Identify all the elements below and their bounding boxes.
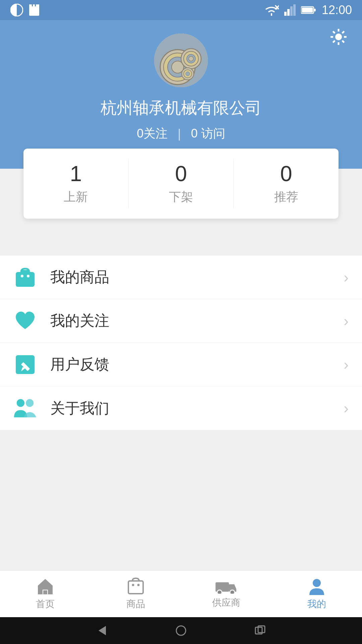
menu-label-user-feedback: 用户反馈: [50, 355, 344, 374]
chevron-right-icon-4: ›: [344, 400, 349, 417]
svg-rect-39: [128, 581, 143, 594]
menu-label-about-us: 关于我们: [50, 398, 344, 418]
svg-rect-4: [36, 4, 39, 8]
follow-count: 0关注: [137, 125, 168, 142]
status-bar: 12:00: [0, 0, 362, 20]
chevron-right-icon: ›: [344, 269, 349, 286]
menu-item-my-products[interactable]: 我的商品 ›: [0, 256, 362, 299]
svg-point-43: [217, 590, 222, 594]
svg-point-37: [26, 399, 34, 407]
stat-new-number: 1: [70, 162, 82, 185]
stats-card: 1 上新 0 下架 0 推荐: [23, 149, 339, 219]
svg-rect-2: [29, 4, 32, 8]
svg-rect-12: [302, 8, 313, 13]
supplier-icon: [216, 579, 237, 594]
chevron-right-icon-3: ›: [344, 356, 349, 373]
svg-point-44: [230, 590, 235, 594]
nav-item-supplier[interactable]: 供应商: [181, 571, 272, 617]
svg-point-14: [335, 34, 342, 40]
nav-label-my: 我的: [307, 598, 326, 610]
home-icon: [37, 578, 54, 595]
svg-rect-1: [29, 6, 39, 16]
svg-rect-9: [290, 6, 293, 16]
recents-button[interactable]: [254, 625, 266, 637]
products-icon: [127, 578, 144, 595]
svg-rect-38: [43, 590, 47, 594]
stat-down-label: 下架: [169, 189, 193, 205]
svg-point-40: [132, 584, 134, 586]
svg-point-36: [17, 399, 24, 407]
svg-rect-10: [293, 4, 296, 16]
svg-point-41: [137, 584, 140, 586]
shopping-bag-icon: [13, 266, 37, 289]
stat-down[interactable]: 0 下架: [129, 149, 234, 219]
svg-rect-7: [284, 12, 287, 16]
svg-rect-29: [16, 272, 35, 287]
profile-stats-row: 0关注 | 0 访问: [137, 125, 225, 142]
profile-header: 杭州轴承机械有限公司 0关注 | 0 访问: [0, 20, 362, 169]
status-time: 12:00: [322, 3, 352, 17]
stat-recommend-number: 0: [280, 162, 292, 185]
nav-label-supplier: 供应商: [212, 596, 240, 609]
menu-item-user-feedback[interactable]: 用户反馈 ›: [0, 343, 362, 386]
visit-count: 0 访问: [191, 125, 225, 142]
spacer: [0, 219, 362, 235]
svg-point-45: [313, 579, 321, 587]
brightness-icon: [10, 3, 23, 17]
settings-button[interactable]: [328, 27, 349, 47]
chevron-right-icon-2: ›: [344, 313, 349, 329]
stats-divider: |: [178, 127, 181, 141]
nav-item-products[interactable]: 商品: [90, 571, 181, 617]
menu-item-my-follow[interactable]: 我的关注 ›: [0, 299, 362, 343]
menu-item-about-us[interactable]: 关于我们 ›: [0, 386, 362, 430]
stat-new[interactable]: 1 上新: [23, 149, 128, 219]
svg-rect-3: [33, 4, 35, 8]
bottom-nav: 首页 商品 供应商: [0, 570, 362, 617]
nav-item-my[interactable]: 我的: [272, 571, 362, 617]
stat-recommend[interactable]: 0 推荐: [234, 149, 339, 219]
nav-label-home: 首页: [36, 598, 55, 610]
about-icon: [13, 396, 37, 420]
svg-rect-13: [314, 9, 316, 11]
feedback-icon: [13, 353, 37, 376]
svg-rect-42: [216, 582, 229, 592]
svg-point-28: [186, 72, 190, 76]
svg-rect-8: [287, 9, 290, 16]
menu-label-my-follow: 我的关注: [50, 311, 344, 331]
android-nav-bar: [0, 617, 362, 644]
sd-card-icon: [27, 3, 41, 17]
svg-point-31: [21, 275, 23, 277]
svg-rect-30: [22, 270, 28, 274]
avatar[interactable]: [154, 34, 208, 87]
menu-section: 我的商品 › 我的关注 › 用户反馈 ›: [0, 256, 362, 430]
svg-point-32: [27, 275, 29, 277]
back-button[interactable]: [96, 625, 108, 637]
stat-down-number: 0: [175, 162, 187, 185]
menu-label-my-products: 我的商品: [50, 267, 344, 287]
status-left-icons: [10, 3, 41, 17]
company-name: 杭州轴承机械有限公司: [101, 97, 261, 119]
my-icon: [308, 578, 325, 595]
svg-point-47: [176, 626, 186, 635]
svg-marker-46: [99, 626, 106, 635]
heart-icon: [13, 309, 37, 333]
svg-point-25: [189, 56, 193, 61]
status-right-icons: 12:00: [264, 3, 352, 17]
nav-label-products: 商品: [126, 598, 145, 610]
home-button[interactable]: [175, 625, 187, 637]
stat-new-label: 上新: [64, 189, 88, 205]
nav-item-home[interactable]: 首页: [0, 571, 90, 617]
stat-recommend-label: 推荐: [274, 189, 298, 205]
